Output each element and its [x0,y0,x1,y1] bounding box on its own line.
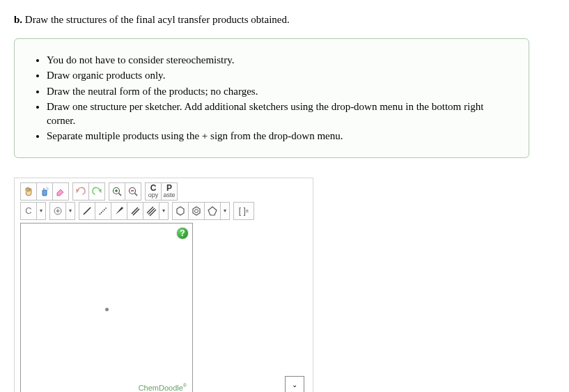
charge-dropdown[interactable]: ▾ [65,202,75,220]
sketcher-canvas[interactable]: ? ChemDoodle® [20,223,193,393]
instruction-item: Separate multiple products using the + s… [47,129,512,143]
recessed-bond-button[interactable] [95,202,111,220]
instruction-item: Draw organic products only. [47,68,512,82]
redo-button[interactable] [88,182,105,201]
sketcher-panel: C opy P aste C ▾ ▾ [14,178,313,393]
zoom-in-icon [111,186,123,197]
ring-dropdown[interactable]: ▾ [220,202,230,220]
double-bond-icon [130,205,141,217]
erase-button[interactable] [52,182,69,201]
clear-button[interactable] [36,182,53,201]
cyclopentane-button[interactable] [204,202,221,220]
copy-small-label: opy [148,192,159,198]
zoom-out-button[interactable] [125,182,141,201]
help-icon-label: ? [180,228,185,238]
single-bond-button[interactable] [79,202,95,220]
bond-dropdown[interactable]: ▾ [159,202,169,220]
instruction-box: You do not have to consider stereochemis… [14,38,529,158]
move-tool-button[interactable] [20,182,37,201]
chemdoodle-brand: ChemDoodle® [139,383,187,392]
instruction-item: You do not have to consider stereochemis… [47,53,512,67]
zoom-in-button[interactable] [109,182,125,201]
undo-button[interactable] [72,182,89,201]
svg-point-2 [46,187,47,189]
svg-marker-23 [177,207,184,215]
part-letter: b. [14,14,22,25]
charge-plus-icon [52,205,63,217]
bracket-label: [ ] [239,206,246,216]
canvas-starting-atom[interactable] [105,308,109,311]
toolbar-row-bottom: C ▾ ▾ [20,202,307,220]
eraser-icon [55,186,66,197]
toolbar-row-top: C opy P aste [20,182,307,201]
spray-clear-icon [39,186,50,197]
wedge-bond-button[interactable] [111,202,127,220]
charge-button[interactable] [49,202,66,220]
wedge-bond-icon [114,205,125,217]
svg-line-22 [150,210,156,216]
redo-icon [91,186,102,197]
instruction-list: You do not have to consider stereochemis… [24,53,512,143]
chevron-down-icon: ▾ [69,207,72,214]
bracket-button[interactable]: [ ]± [233,202,254,220]
help-button[interactable]: ? [177,228,188,239]
svg-point-3 [47,188,49,189]
svg-line-21 [148,208,155,214]
svg-line-6 [119,193,122,196]
prompt-text: Draw the structures of the final acyl tr… [25,14,290,25]
benzene-icon [191,205,202,217]
svg-rect-0 [42,190,47,196]
benzene-button[interactable] [188,202,205,220]
hexagon-icon [175,205,186,217]
svg-rect-1 [43,188,45,190]
canvas-wrap: ? ChemDoodle® [20,223,307,393]
element-dropdown[interactable]: ▾ [36,202,46,220]
cyclohexane-button[interactable] [172,202,189,220]
bracket-pm: ± [246,207,249,214]
element-button[interactable]: C [20,202,37,220]
question-prompt: b. Draw the structures of the final acyl… [14,14,555,26]
triple-bond-button[interactable] [143,202,159,220]
instruction-item: Draw the neutral form of the products; n… [47,84,512,98]
svg-line-15 [84,207,91,214]
instruction-item: Draw one structure per sketcher. Add add… [47,100,512,128]
paste-small-label: aste [163,192,175,198]
chevron-down-icon: ▾ [224,207,226,214]
chevron-down-icon: ⌄ [292,381,297,389]
chevron-down-icon: ▾ [40,207,42,214]
brand-reg: ® [183,383,187,388]
svg-point-25 [195,209,198,212]
svg-marker-24 [193,207,200,215]
svg-point-4 [47,189,48,191]
element-label: C [25,205,31,216]
hand-icon [23,186,34,197]
copy-button[interactable]: C opy [145,182,162,201]
add-sketcher-dropdown[interactable]: ⌄ [285,376,304,393]
dashed-bond-icon [98,205,109,217]
single-bond-icon [81,205,93,217]
undo-icon [75,186,86,197]
triple-bond-icon [146,205,157,217]
brand-text: ChemDoodle [139,384,183,392]
paste-button[interactable]: P aste [161,182,178,201]
svg-line-10 [135,193,138,196]
double-bond-button[interactable] [127,202,143,220]
chevron-down-icon: ▾ [162,207,165,214]
svg-marker-26 [208,207,217,215]
svg-marker-17 [116,207,123,214]
zoom-out-icon [127,186,139,197]
pentagon-icon [207,205,218,217]
svg-line-20 [147,207,153,213]
svg-line-16 [100,207,107,214]
